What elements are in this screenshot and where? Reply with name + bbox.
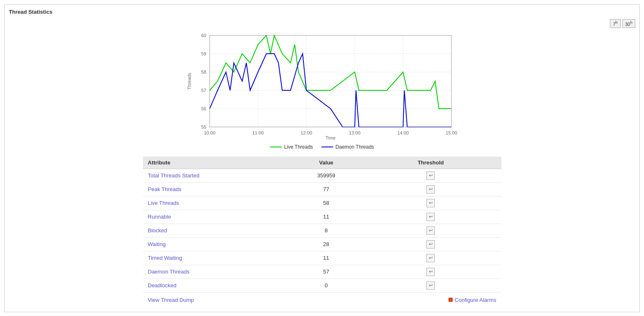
configure-alarms-cell: !Configure Alarms (360, 292, 501, 308)
view-thread-dump-cell: View Thread Dump (143, 292, 293, 308)
svg-text:13:00: 13:00 (349, 130, 361, 135)
value-cell: 0 (292, 279, 360, 292)
thread-statistics-panel: Thread Statistics 7h 30h (4, 4, 640, 312)
svg-text:10:00: 10:00 (204, 130, 216, 135)
attr-cell: Live Threads (143, 196, 293, 210)
daemon-threads-legend-label: Daemon Threads (336, 144, 374, 150)
threshold-cell: ↩ (360, 210, 501, 224)
attr-cell: Timed Waiting (143, 251, 293, 265)
attr-link[interactable]: Live Threads (148, 200, 179, 206)
panel-title: Thread Statistics (9, 9, 635, 15)
table-row: Deadlocked0↩ (143, 279, 501, 292)
svg-text:56: 56 (201, 106, 206, 111)
live-threads-legend-label: Live Threads (284, 144, 313, 150)
configure-alarms-link[interactable]: !Configure Alarms (448, 297, 496, 303)
footer-row: View Thread Dump!Configure Alarms (143, 292, 501, 308)
attr-link[interactable]: Deadlocked (148, 282, 177, 289)
attr-cell: Waiting (143, 237, 293, 251)
svg-text:Time: Time (325, 135, 335, 139)
threshold-icon[interactable]: ↩ (426, 240, 435, 249)
footer-mid-cell (292, 292, 360, 308)
table-row: Runnable11↩ (143, 210, 501, 224)
time-range-buttons: 7h 30h (9, 19, 635, 28)
chart-area: 55 56 57 58 59 60 10:00 11:00 12:00 13:0… (185, 31, 460, 141)
table-row: Total Threads Started359959↩ (143, 169, 501, 182)
table-row: Blocked8↩ (143, 224, 501, 237)
svg-text:55: 55 (201, 124, 206, 129)
7h-button[interactable]: 7h (610, 19, 620, 28)
value-cell: 11 (292, 210, 360, 224)
daemon-threads-legend: Daemon Threads (321, 144, 374, 150)
chart-container: 55 56 57 58 59 60 10:00 11:00 12:00 13:0… (9, 31, 635, 141)
svg-text:Threads: Threads (187, 72, 192, 90)
threshold-icon[interactable]: ↩ (426, 281, 435, 290)
value-cell: 11 (292, 251, 360, 265)
attr-cell: Total Threads Started (143, 169, 293, 182)
value-cell: 8 (292, 224, 360, 237)
svg-text:58: 58 (201, 70, 206, 75)
table-row: Waiting28↩ (143, 237, 501, 251)
threshold-icon[interactable]: ↩ (426, 268, 435, 276)
live-threads-legend: Live Threads (270, 144, 313, 150)
threshold-icon[interactable]: ↩ (426, 254, 435, 262)
view-thread-dump-link[interactable]: View Thread Dump (148, 297, 194, 303)
attr-cell: Peak Threads (143, 182, 293, 196)
threshold-icon[interactable]: ↩ (426, 199, 435, 207)
threshold-cell: ↩ (360, 196, 501, 210)
attr-link[interactable]: Blocked (148, 227, 167, 234)
attr-link[interactable]: Waiting (148, 241, 166, 247)
svg-text:11:00: 11:00 (252, 130, 264, 135)
svg-text:60: 60 (201, 33, 206, 38)
attr-link[interactable]: Total Threads Started (148, 172, 200, 179)
threshold-icon[interactable]: ↩ (426, 185, 435, 194)
table-row: Timed Waiting11↩ (143, 251, 501, 265)
threshold-icon[interactable]: ↩ (426, 226, 435, 235)
value-cell: 77 (292, 182, 360, 196)
attr-link[interactable]: Timed Waiting (148, 255, 182, 261)
live-threads-legend-line (270, 147, 282, 147)
table-row: Live Threads58↩ (143, 196, 501, 210)
value-cell: 359959 (292, 169, 360, 182)
value-cell: 57 (292, 265, 360, 279)
threshold-cell: ↩ (360, 182, 501, 196)
threshold-cell: ↩ (360, 251, 501, 265)
value-cell: 58 (292, 196, 360, 210)
30h-button[interactable]: 30h (622, 19, 635, 28)
stats-table: Attribute Value Threshold Total Threads … (143, 157, 501, 308)
attr-header: Attribute (143, 157, 293, 169)
threshold-cell: ↩ (360, 169, 501, 182)
threshold-cell: ↩ (360, 265, 501, 279)
svg-text:15:00: 15:00 (446, 130, 457, 135)
attr-link[interactable]: Peak Threads (148, 186, 182, 192)
daemon-threads-legend-line (321, 147, 333, 147)
alarm-icon: ! (448, 297, 453, 302)
value-cell: 28 (292, 237, 360, 251)
threshold-icon[interactable]: ↩ (426, 213, 435, 221)
svg-text:12:00: 12:00 (301, 130, 312, 135)
attr-cell: Deadlocked (143, 279, 293, 292)
attr-cell: Blocked (143, 224, 293, 237)
svg-text:57: 57 (201, 88, 206, 93)
attr-cell: Daemon Threads (143, 265, 293, 279)
threshold-header: Threshold (360, 157, 501, 169)
thread-chart: 55 56 57 58 59 60 10:00 11:00 12:00 13:0… (185, 31, 460, 139)
svg-text:59: 59 (201, 51, 206, 56)
threshold-cell: ↩ (360, 237, 501, 251)
chart-legend: Live Threads Daemon Threads (9, 144, 635, 150)
svg-rect-0 (210, 35, 451, 127)
table-row: Daemon Threads57↩ (143, 265, 501, 279)
value-header: Value (292, 157, 360, 169)
threshold-icon[interactable]: ↩ (426, 172, 435, 180)
svg-text:!: ! (450, 298, 451, 302)
svg-text:14:00: 14:00 (397, 130, 409, 135)
attr-link[interactable]: Runnable (148, 214, 171, 220)
table-wrapper: Attribute Value Threshold Total Threads … (9, 157, 635, 308)
threshold-cell: ↩ (360, 224, 501, 237)
table-row: Peak Threads77↩ (143, 182, 501, 196)
attr-link[interactable]: Daemon Threads (148, 269, 190, 275)
attr-cell: Runnable (143, 210, 293, 224)
threshold-cell: ↩ (360, 279, 501, 292)
